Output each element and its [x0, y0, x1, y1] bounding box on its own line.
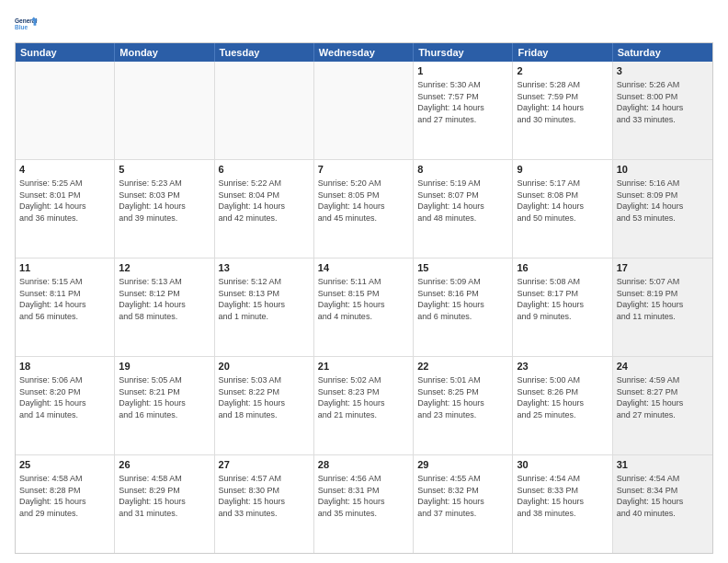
- cell-info: Sunrise: 5:11 AM Sunset: 8:15 PM Dayligh…: [318, 277, 385, 321]
- header-day: Saturday: [613, 43, 712, 62]
- cell-info: Sunrise: 4:56 AM Sunset: 8:31 PM Dayligh…: [318, 474, 385, 518]
- cell-info: Sunrise: 5:15 AM Sunset: 8:11 PM Dayligh…: [19, 277, 86, 321]
- day-number: 29: [417, 458, 508, 472]
- day-number: 21: [318, 360, 409, 373]
- calendar-cell: 17Sunrise: 5:07 AM Sunset: 8:19 PM Dayli…: [613, 259, 712, 356]
- day-number: 25: [19, 458, 110, 472]
- header-day: Friday: [513, 43, 612, 62]
- cell-info: Sunrise: 5:13 AM Sunset: 8:12 PM Dayligh…: [119, 277, 186, 321]
- day-number: 18: [19, 360, 110, 373]
- cell-info: Sunrise: 5:17 AM Sunset: 8:08 PM Dayligh…: [517, 178, 584, 223]
- calendar-cell: 23Sunrise: 5:00 AM Sunset: 8:26 PM Dayli…: [513, 357, 612, 454]
- calendar-row: 11Sunrise: 5:15 AM Sunset: 8:11 PM Dayli…: [16, 259, 712, 357]
- calendar-row: 25Sunrise: 4:58 AM Sunset: 8:28 PM Dayli…: [16, 455, 712, 553]
- calendar-cell: 21Sunrise: 5:02 AM Sunset: 8:23 PM Dayli…: [314, 357, 414, 454]
- calendar-cell: 16Sunrise: 5:08 AM Sunset: 8:17 PM Dayli…: [513, 259, 612, 356]
- calendar-cell: 29Sunrise: 4:55 AM Sunset: 8:32 PM Dayli…: [414, 455, 513, 553]
- calendar-cell: 25Sunrise: 4:58 AM Sunset: 8:28 PM Dayli…: [16, 455, 115, 553]
- cell-info: Sunrise: 5:01 AM Sunset: 8:25 PM Dayligh…: [417, 375, 484, 419]
- cell-info: Sunrise: 5:28 AM Sunset: 7:59 PM Dayligh…: [517, 80, 584, 124]
- cell-info: Sunrise: 4:54 AM Sunset: 8:34 PM Dayligh…: [617, 474, 684, 518]
- cell-info: Sunrise: 4:58 AM Sunset: 8:29 PM Dayligh…: [119, 474, 186, 518]
- svg-text:Blue: Blue: [15, 24, 28, 30]
- calendar-cell: 27Sunrise: 4:57 AM Sunset: 8:30 PM Dayli…: [215, 455, 314, 553]
- day-number: 5: [119, 163, 210, 177]
- calendar-cell: [314, 62, 414, 159]
- header-day: Tuesday: [215, 43, 314, 62]
- day-number: 11: [19, 261, 110, 275]
- day-number: 28: [318, 458, 409, 472]
- cell-info: Sunrise: 5:07 AM Sunset: 8:19 PM Dayligh…: [617, 277, 684, 321]
- cell-info: Sunrise: 5:30 AM Sunset: 7:57 PM Dayligh…: [417, 80, 484, 124]
- calendar: SundayMondayTuesdayWednesdayThursdayFrid…: [15, 42, 713, 554]
- calendar-cell: 3Sunrise: 5:26 AM Sunset: 8:00 PM Daylig…: [613, 62, 712, 159]
- calendar-cell: 5Sunrise: 5:23 AM Sunset: 8:03 PM Daylig…: [115, 160, 214, 258]
- header-day: Thursday: [414, 43, 513, 62]
- calendar-cell: 10Sunrise: 5:16 AM Sunset: 8:09 PM Dayli…: [613, 160, 712, 258]
- day-number: 6: [219, 163, 310, 177]
- day-number: 16: [517, 261, 608, 275]
- calendar-cell: 31Sunrise: 4:54 AM Sunset: 8:34 PM Dayli…: [613, 455, 712, 553]
- cell-info: Sunrise: 5:23 AM Sunset: 8:03 PM Dayligh…: [119, 178, 186, 223]
- calendar-cell: 19Sunrise: 5:05 AM Sunset: 8:21 PM Dayli…: [115, 357, 214, 454]
- cell-info: Sunrise: 5:19 AM Sunset: 8:07 PM Dayligh…: [417, 178, 484, 223]
- calendar-cell: 24Sunrise: 4:59 AM Sunset: 8:27 PM Dayli…: [613, 357, 712, 454]
- day-number: 2: [517, 64, 608, 78]
- cell-info: Sunrise: 4:58 AM Sunset: 8:28 PM Dayligh…: [19, 474, 86, 518]
- calendar-body: 1Sunrise: 5:30 AM Sunset: 7:57 PM Daylig…: [16, 62, 712, 553]
- calendar-header: SundayMondayTuesdayWednesdayThursdayFrid…: [16, 43, 712, 62]
- calendar-cell: 14Sunrise: 5:11 AM Sunset: 8:15 PM Dayli…: [314, 259, 414, 356]
- calendar-cell: 1Sunrise: 5:30 AM Sunset: 7:57 PM Daylig…: [414, 62, 513, 159]
- calendar-cell: 8Sunrise: 5:19 AM Sunset: 8:07 PM Daylig…: [414, 160, 513, 258]
- day-number: 19: [119, 360, 210, 373]
- day-number: 31: [617, 458, 709, 472]
- cell-info: Sunrise: 4:57 AM Sunset: 8:30 PM Dayligh…: [219, 474, 286, 518]
- calendar-cell: 2Sunrise: 5:28 AM Sunset: 7:59 PM Daylig…: [513, 62, 612, 159]
- calendar-cell: [215, 62, 314, 159]
- day-number: 1: [417, 64, 508, 78]
- cell-info: Sunrise: 5:12 AM Sunset: 8:13 PM Dayligh…: [219, 277, 286, 321]
- day-number: 23: [517, 360, 608, 373]
- day-number: 27: [219, 458, 310, 472]
- day-number: 9: [517, 163, 608, 177]
- day-number: 22: [417, 360, 508, 373]
- calendar-cell: 20Sunrise: 5:03 AM Sunset: 8:22 PM Dayli…: [215, 357, 314, 454]
- cell-info: Sunrise: 5:22 AM Sunset: 8:04 PM Dayligh…: [219, 178, 286, 223]
- cell-info: Sunrise: 5:08 AM Sunset: 8:17 PM Dayligh…: [517, 277, 584, 321]
- cell-info: Sunrise: 5:26 AM Sunset: 8:00 PM Dayligh…: [617, 80, 684, 124]
- calendar-cell: 9Sunrise: 5:17 AM Sunset: 8:08 PM Daylig…: [513, 160, 612, 258]
- day-number: 10: [617, 163, 709, 177]
- cell-info: Sunrise: 5:25 AM Sunset: 8:01 PM Dayligh…: [19, 178, 86, 223]
- cell-info: Sunrise: 5:05 AM Sunset: 8:21 PM Dayligh…: [119, 375, 186, 419]
- day-number: 4: [19, 163, 110, 177]
- day-number: 17: [617, 261, 709, 275]
- calendar-cell: 4Sunrise: 5:25 AM Sunset: 8:01 PM Daylig…: [16, 160, 115, 258]
- calendar-cell: 18Sunrise: 5:06 AM Sunset: 8:20 PM Dayli…: [16, 357, 115, 454]
- calendar-cell: 13Sunrise: 5:12 AM Sunset: 8:13 PM Dayli…: [215, 259, 314, 356]
- day-number: 15: [417, 261, 508, 275]
- calendar-cell: 22Sunrise: 5:01 AM Sunset: 8:25 PM Dayli…: [414, 357, 513, 454]
- day-number: 8: [417, 163, 508, 177]
- day-number: 30: [517, 458, 608, 472]
- calendar-cell: 15Sunrise: 5:09 AM Sunset: 8:16 PM Dayli…: [414, 259, 513, 356]
- calendar-cell: 7Sunrise: 5:20 AM Sunset: 8:05 PM Daylig…: [314, 160, 414, 258]
- cell-info: Sunrise: 5:02 AM Sunset: 8:23 PM Dayligh…: [318, 375, 385, 419]
- calendar-cell: 12Sunrise: 5:13 AM Sunset: 8:12 PM Dayli…: [115, 259, 214, 356]
- day-number: 26: [119, 458, 210, 472]
- calendar-row: 18Sunrise: 5:06 AM Sunset: 8:20 PM Dayli…: [16, 357, 712, 455]
- calendar-cell: 30Sunrise: 4:54 AM Sunset: 8:33 PM Dayli…: [513, 455, 612, 553]
- cell-info: Sunrise: 5:00 AM Sunset: 8:26 PM Dayligh…: [517, 375, 584, 419]
- day-number: 20: [219, 360, 310, 373]
- calendar-cell: 28Sunrise: 4:56 AM Sunset: 8:31 PM Dayli…: [314, 455, 414, 553]
- header-day: Wednesday: [314, 43, 414, 62]
- day-number: 3: [617, 64, 709, 78]
- calendar-cell: 26Sunrise: 4:58 AM Sunset: 8:29 PM Dayli…: [115, 455, 214, 553]
- day-number: 24: [617, 360, 709, 373]
- cell-info: Sunrise: 5:06 AM Sunset: 8:20 PM Dayligh…: [19, 375, 86, 419]
- calendar-cell: 11Sunrise: 5:15 AM Sunset: 8:11 PM Dayli…: [16, 259, 115, 356]
- cell-info: Sunrise: 5:03 AM Sunset: 8:22 PM Dayligh…: [219, 375, 286, 419]
- cell-info: Sunrise: 5:09 AM Sunset: 8:16 PM Dayligh…: [417, 277, 484, 321]
- calendar-cell: [115, 62, 214, 159]
- calendar-cell: 6Sunrise: 5:22 AM Sunset: 8:04 PM Daylig…: [215, 160, 314, 258]
- header-day: Monday: [115, 43, 214, 62]
